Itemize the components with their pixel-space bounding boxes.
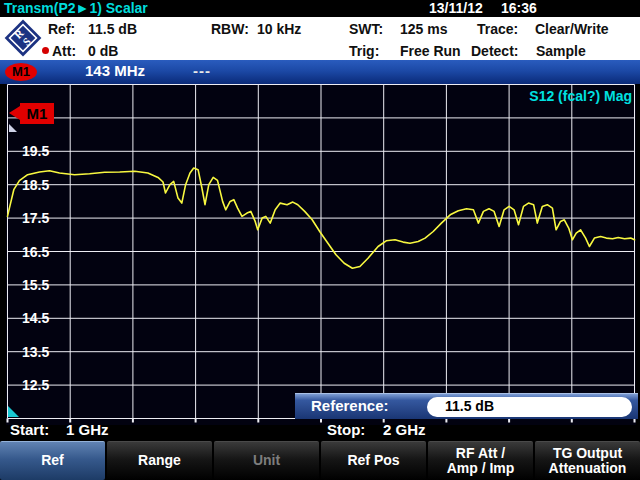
s12-trace-label: S12 (fcal?) Mag [529, 88, 632, 104]
softkey-tg-output-attenuation[interactable]: TG Output Attenuation [535, 441, 640, 480]
y-axis-label: 12.5 [22, 377, 49, 393]
rbw-value: 10 kHz [257, 21, 301, 37]
marker-m1-badge[interactable]: M1 [5, 63, 37, 81]
start-value[interactable]: 1 GHz [66, 421, 109, 438]
softkey-range[interactable]: Range [107, 441, 212, 480]
att-indicator-dot [42, 47, 49, 54]
rbw-label: RBW: [211, 21, 249, 37]
trig-label: Trig: [349, 43, 379, 59]
softkey-bar: RefRangeUnitRef PosRF Att / Amp / ImpTG … [0, 441, 640, 480]
settings-header: R S Ref: 11.5 dB RBW: 10 kHz SWT: 125 ms… [0, 17, 640, 60]
measurement-title: Transm(P2►1) Scalar [4, 0, 148, 16]
start-label: Start: [10, 421, 49, 438]
trig-value: Free Run [400, 43, 461, 59]
analyzer-screen: Transm(P2►1) Scalar 13/11/12 16:36 R S R… [0, 0, 640, 480]
trace-value: Clear/Write [535, 21, 609, 37]
softkey-ref-pos[interactable]: Ref Pos [321, 441, 426, 480]
reference-value-field[interactable]: 11.5 dB [427, 397, 632, 417]
reference-entry-bar: Reference: 11.5 dB [295, 393, 638, 419]
att-value: 0 dB [88, 43, 118, 59]
time-display: 16:36 [501, 0, 537, 16]
reference-entry-label: Reference: [311, 397, 389, 414]
marker-level-value: --- [193, 62, 211, 79]
marker-readout-bar: M1 143 MHz --- [0, 60, 640, 84]
y-axis-label: 13.5 [22, 344, 49, 360]
y-axis-label: 14.5 [22, 310, 49, 326]
stop-label: Stop: [327, 421, 365, 438]
detect-value: Sample [536, 43, 586, 59]
trace-label: Trace: [477, 21, 518, 37]
trace-plot: 19.518.517.516.515.514.513.512.5S12 (fca… [6, 84, 636, 425]
reference-value-text: 11.5 dB [445, 398, 494, 414]
ref-label: Ref: [48, 21, 75, 37]
marker-m1-flag-label: M1 [27, 105, 48, 122]
ref-value: 11.5 dB [88, 21, 137, 37]
y-axis-label: 16.5 [22, 244, 49, 260]
top-status-bar: Transm(P2►1) Scalar 13/11/12 16:36 [0, 0, 640, 17]
marker-frequency-value[interactable]: 143 MHz [85, 62, 145, 79]
detect-label: Detect: [471, 43, 518, 59]
swt-value: 125 ms [400, 21, 447, 37]
y-axis-label: 15.5 [22, 277, 49, 293]
y-axis-label: 19.5 [22, 143, 49, 159]
stop-value[interactable]: 2 GHz [383, 421, 426, 438]
y-axis-label: 18.5 [22, 177, 49, 193]
rohde-schwarz-logo: R S [2, 17, 44, 59]
softkey-rf-att-amp-imp[interactable]: RF Att / Amp / Imp [428, 441, 533, 480]
softkey-ref[interactable]: Ref [0, 441, 105, 480]
date-display: 13/11/12 [429, 0, 483, 16]
swt-label: SWT: [349, 21, 383, 37]
softkey-unit[interactable]: Unit [214, 441, 319, 480]
y-axis-label: 17.5 [22, 210, 49, 226]
att-label: Att: [52, 43, 76, 59]
